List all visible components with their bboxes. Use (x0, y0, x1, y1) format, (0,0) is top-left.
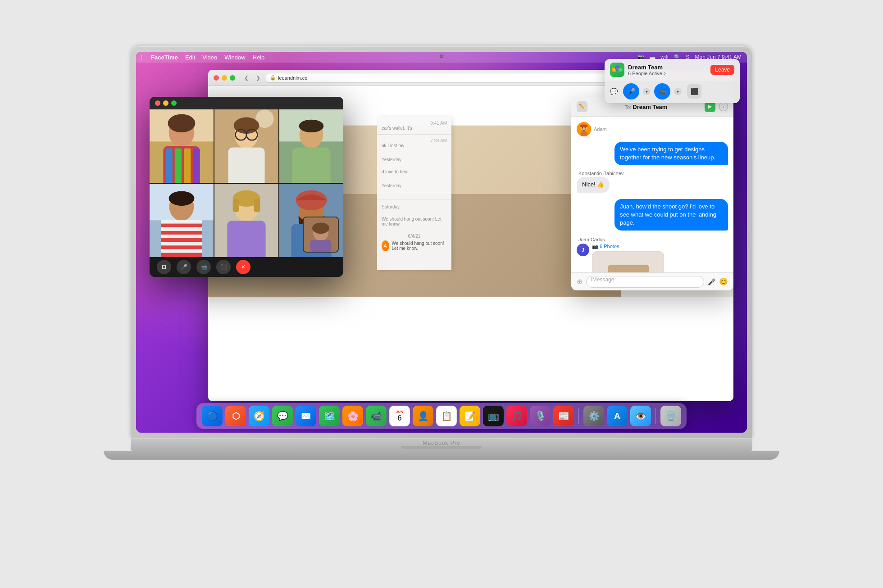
message-bubble-3: Juan, how'd the shoot go? I'd love to se… (614, 199, 728, 231)
sent-message-2: Juan, how'd the shoot go? I'd love to se… (577, 199, 728, 231)
camera-toggle-button[interactable]: 📹 (196, 260, 211, 274)
dock-mail[interactable]: ✉️ (296, 406, 316, 426)
chair-photo-svg (592, 252, 664, 272)
notification-controls: 💬 🎤 ▾ 📹 ▾ ⬛ (605, 81, 740, 103)
screen-share-button[interactable]: ⬛ (687, 84, 701, 99)
svg-rect-40 (161, 242, 202, 245)
svg-rect-30 (292, 148, 330, 183)
end-call-button[interactable]: ✕ (236, 260, 250, 274)
svg-point-35 (169, 191, 195, 206)
conv-item-5[interactable]: We should hang out soon! Let me know. (377, 213, 451, 230)
close-button[interactable] (214, 75, 219, 81)
dock-launchpad[interactable]: ⬡ (225, 406, 246, 426)
svg-point-77 (613, 68, 616, 72)
maximize-button[interactable] (230, 75, 235, 81)
menu-video[interactable]: Video (202, 54, 217, 61)
menu-edit[interactable]: Edit (185, 54, 195, 61)
ft-close-button[interactable] (155, 100, 160, 106)
dock-divider-2 (655, 408, 656, 424)
juan-name: Juan Carlos (578, 237, 728, 242)
chat-bubble-icon[interactable]: 💬 (610, 88, 618, 95)
info-button[interactable]: i (719, 102, 728, 111)
dock-systemprefs[interactable]: ⚙️ (583, 406, 604, 426)
address-bar[interactable]: 🔒 leeandnim.co (266, 73, 653, 83)
dock-music[interactable]: 🎵 (506, 406, 527, 426)
dock-messages[interactable]: 💬 (272, 406, 293, 426)
dock-preview[interactable]: 👁️ (630, 406, 651, 426)
ft-maximize-button[interactable] (171, 100, 177, 106)
conv-item-1[interactable]: 9:41 AM ear's wallet. It's (377, 117, 451, 135)
participant-2 (214, 109, 278, 183)
dock-reminders[interactable]: 📋 (436, 406, 457, 426)
person-2-avatar (214, 109, 278, 183)
svg-rect-72 (608, 265, 649, 272)
camera-control-button[interactable]: 📹 (654, 83, 670, 100)
message-text-1: We've been trying to get designs togethe… (620, 146, 715, 161)
conv-time-yesterday2: Yesterday (377, 178, 451, 192)
menu-window[interactable]: Window (224, 54, 245, 61)
dock-divider (578, 408, 579, 424)
photo-card[interactable]: ⬆ (592, 251, 664, 272)
conv-item-4[interactable] (377, 192, 451, 199)
back-button[interactable]: ❮ (242, 74, 250, 82)
notification-title: Dream Team (628, 64, 707, 71)
menu-help[interactable]: Help (253, 54, 265, 61)
dock-podcasts[interactable]: 🎙️ (530, 406, 551, 426)
dock-finder[interactable]: 🔵 (202, 406, 223, 426)
juan-avatar: J (577, 244, 589, 256)
forward-button[interactable]: ❯ (254, 74, 262, 82)
dock-maps[interactable]: 🗺️ (319, 406, 340, 426)
lock-icon: 🔒 (270, 75, 276, 81)
conv-item-2[interactable]: 7:34 AM nk I lost my (377, 135, 451, 152)
facetime-window: ⊡ 🎤 📹 ⬛ ✕ (150, 97, 343, 277)
dock-facetime[interactable]: 📹 (366, 406, 387, 426)
emoji-icon[interactable]: 😊 (719, 277, 728, 286)
audio-dropdown[interactable]: ▾ (643, 88, 651, 95)
svg-rect-24 (228, 148, 264, 183)
svg-rect-47 (254, 199, 260, 212)
ft-minimize-button[interactable] (163, 100, 168, 106)
apple-logo-icon[interactable]:  (141, 54, 144, 61)
dock-photos[interactable]: 🌸 (342, 406, 363, 426)
imessage-input[interactable]: iMessage (586, 276, 704, 288)
konstantin-name: Konstantin Babichev (578, 171, 728, 176)
dock-safari[interactable]: 🧭 (249, 406, 269, 426)
traffic-lights (214, 75, 235, 81)
url-text[interactable]: leeandnim.co (278, 75, 307, 81)
mic-control-button[interactable]: 🎤 (623, 83, 639, 100)
minimize-button[interactable] (222, 75, 227, 81)
leave-button[interactable]: Leave (710, 65, 734, 75)
message-text-2: Nice! 👍 (582, 181, 604, 188)
message-text-3: Juan, how'd the shoot go? I'd love to se… (620, 203, 716, 226)
dock-contacts[interactable]: 👤 (413, 406, 433, 426)
compose-icon[interactable]: ✏️ (577, 101, 587, 112)
app-name[interactable]: FaceTime (151, 54, 178, 61)
svg-point-20 (234, 118, 259, 134)
photos-label[interactable]: 📷 6 Photos (592, 244, 664, 249)
effects-button[interactable]: ⬛ (216, 260, 231, 274)
messages-input-bar: ⊕ iMessage 🎤 😊 (571, 272, 733, 290)
juan-photos-content: 📷 6 Photos (592, 244, 664, 272)
adam-intro: Adam (577, 122, 728, 136)
mute-button[interactable]: 🎤 (177, 260, 191, 274)
audio-input-icon[interactable]: 🎤 (708, 278, 715, 285)
apps-icon[interactable]: ⊕ (577, 277, 583, 286)
conv-item-3[interactable]: d love to hear (377, 166, 451, 178)
share-screen-button[interactable]: ⊡ (157, 260, 171, 274)
dock-appstore[interactable]: A (607, 406, 628, 426)
svg-rect-57 (310, 240, 332, 252)
konstantin-bubble-row: Nice! 👍 (577, 177, 728, 192)
dock-news[interactable]: 📰 (553, 406, 574, 426)
macbook-bottom (104, 451, 779, 460)
dock-calendar[interactable]: JUN 6 (389, 406, 410, 426)
macbook-hinge-notch (401, 446, 482, 449)
video-dropdown[interactable]: ▾ (674, 88, 682, 95)
svg-rect-46 (233, 199, 239, 212)
facetime-pip[interactable] (303, 217, 339, 253)
dock-appletv[interactable]: 📺 (483, 406, 504, 426)
dock-trash[interactable]: 🗑️ (660, 406, 681, 426)
juan-photos-message: Juan Carlos J 📷 6 Photos (577, 237, 728, 272)
svg-point-56 (312, 222, 329, 234)
dock-notes[interactable]: 📝 (460, 406, 480, 426)
messages-to-label: To: Dream Team (591, 103, 701, 111)
